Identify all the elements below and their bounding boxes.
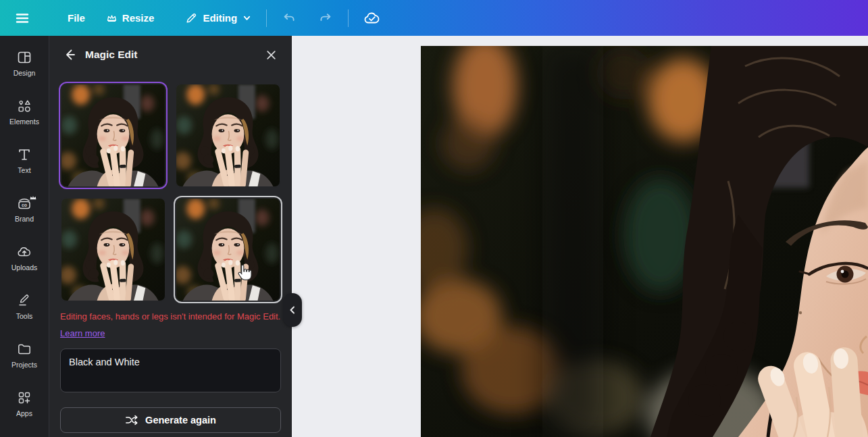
panel-header: Magic Edit	[49, 36, 292, 74]
top-toolbar: File Resize Editing	[0, 0, 868, 36]
portrait-image	[61, 84, 165, 186]
portrait-image	[176, 199, 280, 301]
sidebar-item-tools[interactable]: Tools	[0, 282, 49, 330]
collapse-panel-handle[interactable]	[283, 293, 302, 327]
undo-button[interactable]	[275, 0, 303, 36]
generate-again-button[interactable]: Generate again	[60, 407, 281, 433]
svg-text:co: co	[22, 203, 27, 207]
prompt-input[interactable]: Black and White	[60, 349, 281, 392]
design-canvas[interactable]	[292, 36, 868, 437]
file-menu-button[interactable]: File	[61, 0, 92, 36]
file-menu-label: File	[68, 12, 85, 24]
result-thumbnails-grid	[49, 74, 292, 302]
design-icon	[16, 49, 32, 66]
learn-more-link[interactable]: Learn more	[60, 328, 105, 338]
close-panel-button[interactable]	[261, 45, 281, 65]
hamburger-icon	[15, 11, 30, 26]
pencil-icon	[185, 12, 197, 24]
back-button[interactable]	[60, 45, 79, 64]
result-thumbnail-2[interactable]	[175, 83, 281, 188]
editing-mode-dropdown[interactable]: Editing	[178, 0, 258, 36]
warning-text: Editing faces, hands or legs isn't inten…	[49, 302, 292, 323]
object-panel-rail: Design Elements Text co Brand	[0, 36, 49, 437]
sidebar-item-projects[interactable]: Projects	[0, 330, 49, 379]
sidebar-item-label: Brand	[15, 215, 34, 223]
elements-icon	[16, 98, 32, 114]
resize-button[interactable]: Resize	[100, 0, 161, 36]
projects-icon	[16, 341, 32, 357]
redo-icon	[318, 11, 333, 26]
cloud-check-icon	[363, 11, 381, 26]
sidebar-item-design[interactable]: Design	[0, 38, 49, 87]
portrait-image	[176, 84, 280, 186]
sidebar-item-label: Uploads	[11, 263, 38, 272]
result-thumbnail-3[interactable]	[60, 197, 166, 302]
generate-again-label: Generate again	[145, 415, 216, 426]
chevron-down-icon	[242, 14, 251, 22]
portrait-image	[61, 199, 165, 301]
panel-title: Magic Edit	[85, 49, 138, 61]
shuffle-icon	[125, 414, 138, 426]
uploads-icon	[16, 244, 32, 260]
result-thumbnail-4[interactable]	[175, 197, 281, 302]
main-menu-button[interactable]	[8, 0, 36, 36]
canvas-photo[interactable]	[421, 46, 868, 437]
sidebar-item-label: Projects	[11, 361, 37, 369]
crown-icon	[107, 14, 117, 22]
sidebar-item-brand[interactable]: co Brand	[0, 184, 49, 233]
result-thumbnail-1[interactable]	[60, 83, 166, 188]
redo-button[interactable]	[311, 0, 340, 36]
sidebar-item-apps[interactable]: Apps	[0, 379, 49, 428]
apps-icon	[16, 390, 32, 406]
chevron-left-icon	[289, 306, 296, 314]
sidebar-item-label: Tools	[16, 312, 33, 320]
crown-icon	[29, 191, 37, 203]
sidebar-item-label: Design	[14, 69, 36, 77]
text-icon	[16, 147, 32, 163]
undo-icon	[282, 11, 297, 26]
sidebar-item-label: Text	[18, 166, 30, 174]
close-icon	[265, 49, 277, 61]
editing-mode-label: Editing	[203, 12, 237, 24]
sidebar-item-label: Elements	[9, 118, 39, 126]
toolbar-divider	[348, 9, 349, 27]
sidebar-item-uploads[interactable]: Uploads	[0, 233, 49, 282]
resize-label: Resize	[122, 12, 155, 24]
tools-icon	[16, 292, 32, 309]
magic-edit-panel: Magic Edit Editing faces, hands or legs …	[49, 36, 292, 437]
cloud-save-status-button[interactable]	[357, 0, 388, 36]
sidebar-item-text[interactable]: Text	[0, 136, 49, 184]
sidebar-item-elements[interactable]: Elements	[0, 87, 49, 136]
arrow-left-icon	[63, 48, 76, 61]
sidebar-item-label: Apps	[16, 409, 32, 417]
toolbar-divider	[266, 9, 267, 27]
